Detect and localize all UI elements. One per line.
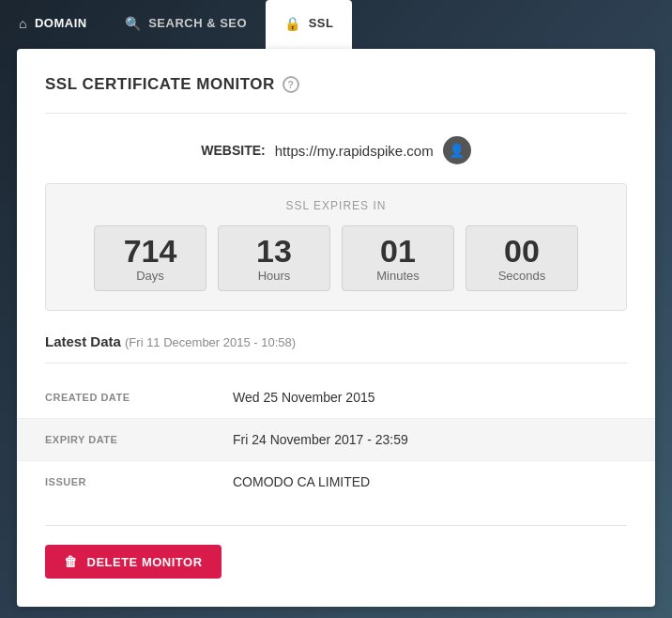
issuer-key: Issuer (45, 463, 233, 501)
trash-icon: 🗑 (64, 554, 78, 569)
main-card: SSL Certificate Monitor ? Website: https… (17, 49, 655, 607)
created-date-value: Wed 25 November 2015 (233, 377, 375, 418)
card-title-text: SSL Certificate Monitor (45, 75, 275, 94)
home-icon: ⌂ (19, 16, 27, 31)
lock-icon: 🔒 (284, 16, 301, 31)
latest-data-label: Latest Data (45, 333, 121, 349)
top-navigation: ⌂ Domain 🔍 Search & SEO 🔒 SSL (0, 0, 672, 49)
created-date-key: Created Date (45, 379, 233, 416)
countdown-seconds: 00 Seconds (466, 225, 578, 291)
help-icon[interactable]: ? (283, 76, 299, 93)
expiry-date-key: Expiry Date (45, 421, 233, 458)
minutes-value: 01 (380, 235, 416, 267)
ssl-expires-label: SSL Expires In (65, 199, 607, 212)
seconds-value: 00 (504, 235, 540, 267)
latest-data-header: Latest Data (Fri 11 December 2015 - 10:5… (45, 333, 627, 363)
ssl-expires-box: SSL Expires In 714 Days 13 Hours 01 Minu… (45, 183, 627, 311)
nav-item-search-seo[interactable]: 🔍 Search & SEO (106, 0, 266, 49)
nav-ssl-label: SSL (309, 16, 334, 30)
hours-unit: Hours (258, 269, 291, 283)
card-title-area: SSL Certificate Monitor ? (45, 75, 627, 114)
issuer-value: COMODO CA LIMITED (233, 461, 370, 502)
minutes-unit: Minutes (376, 269, 420, 283)
countdown-boxes: 714 Days 13 Hours 01 Minutes 00 Seconds (65, 225, 607, 291)
nav-domain-label: Domain (35, 16, 87, 30)
seconds-unit: Seconds (498, 269, 546, 283)
countdown-days: 714 Days (94, 225, 206, 291)
nav-item-domain[interactable]: ⌂ Domain (0, 0, 106, 49)
data-row-created: Created Date Wed 25 November 2015 (17, 377, 655, 419)
countdown-hours: 13 Hours (218, 225, 330, 291)
divider (45, 525, 627, 526)
user-icon[interactable]: 👤 (443, 136, 471, 164)
data-row-expiry: Expiry Date Fri 24 November 2017 - 23:59 (17, 419, 655, 461)
data-fields: Created Date Wed 25 November 2015 Expiry… (17, 377, 655, 502)
expiry-date-value: Fri 24 November 2017 - 23:59 (233, 419, 408, 460)
website-url: https://my.rapidspike.com (275, 143, 434, 159)
website-label: Website: (201, 143, 265, 158)
hours-value: 13 (256, 235, 292, 267)
latest-data-timestamp: (Fri 11 December 2015 - 10:58) (125, 335, 296, 349)
delete-button-label: Delete Monitor (87, 555, 203, 569)
search-icon: 🔍 (125, 16, 142, 31)
countdown-minutes: 01 Minutes (342, 225, 454, 291)
days-unit: Days (136, 269, 164, 283)
nav-item-ssl[interactable]: 🔒 SSL (266, 0, 352, 49)
data-row-issuer: Issuer COMODO CA LIMITED (17, 461, 655, 502)
delete-monitor-button[interactable]: 🗑 Delete Monitor (45, 545, 221, 579)
nav-search-label: Search & SEO (148, 16, 247, 30)
days-value: 714 (124, 235, 177, 267)
website-row: Website: https://my.rapidspike.com 👤 (45, 136, 627, 164)
